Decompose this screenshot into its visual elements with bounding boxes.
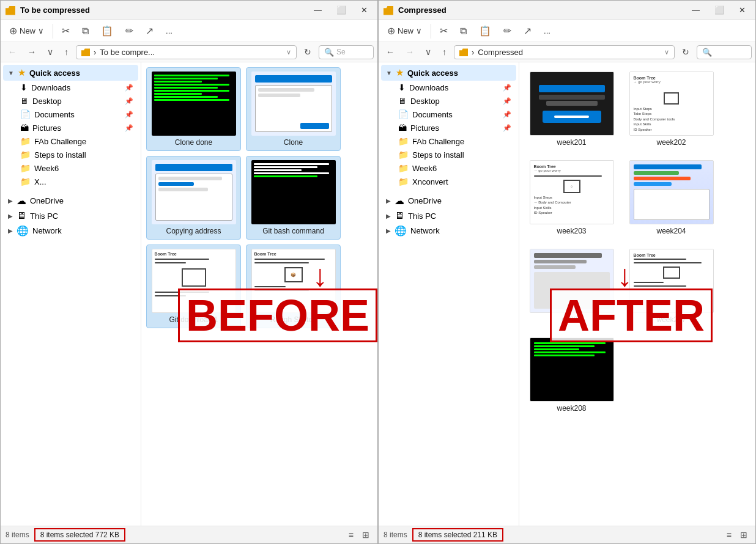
left-copy-button[interactable]: ⧉ — [77, 23, 94, 39]
right-network-label: Network — [410, 226, 440, 235]
left-sidebar-network[interactable]: ▶ 🌐 Network — [3, 223, 138, 238]
left-sidebar-onedrive[interactable]: ▶ ☁ OneDrive — [3, 193, 138, 208]
right-sidebar-item-downloads[interactable]: ⬇ Downloads 📌 — [381, 81, 516, 94]
right-file-week202[interactable]: Boom Tree → go pour worry Input Steps Ta… — [624, 67, 719, 151]
left-file-clone[interactable]: Clone — [246, 67, 341, 151]
right-copy-button[interactable]: ⧉ — [455, 23, 472, 39]
left-sidebar-item-desktop[interactable]: 🖥 Desktop 📌 — [3, 94, 138, 108]
right-list-view-btn[interactable]: ≡ — [724, 529, 735, 541]
right-file-week203[interactable]: Boom Tree → go pour worry ○ Input Steps … — [524, 156, 619, 240]
right-sidebar-item-desktop[interactable]: 🖥 Desktop 📌 — [381, 94, 516, 108]
left-file-gitbash[interactable]: Git bash command — [246, 156, 341, 240]
right-minimize-button[interactable]: — — [687, 4, 705, 16]
right-cut-button[interactable]: ✂ — [435, 23, 453, 39]
left-sidebar-thispc[interactable]: ▶ 🖥 This PC — [3, 208, 138, 223]
left-sidebar-item-x[interactable]: 📁 X... — [3, 175, 138, 188]
left-downloads-label: Downloads — [31, 83, 70, 92]
right-downloads-pin: 📌 — [503, 84, 511, 92]
left-sidebar-item-fab[interactable]: 📁 FAb Challenge — [3, 134, 138, 148]
right-quick-access-header[interactable]: ▼ ★ Quick access — [381, 65, 516, 81]
right-file-week204[interactable]: week204 — [624, 156, 719, 240]
right-week6-icon: 📁 — [398, 163, 409, 173]
left-desktop-icon: 🖥 — [20, 96, 29, 106]
left-up-button[interactable]: ↑ — [61, 45, 72, 59]
left-back-button[interactable]: ← — [4, 45, 20, 59]
right-more-button[interactable]: ... — [539, 24, 555, 38]
right-network-caret: ▶ — [386, 227, 391, 234]
right-fab-label: FAb Challenge — [412, 137, 464, 146]
right-dropdown-button[interactable]: ∨ — [421, 45, 435, 59]
left-sidebar-item-steps[interactable]: 📁 Steps to install — [3, 148, 138, 161]
right-sidebar-item-xnconvert[interactable]: 📁 Xnconvert — [381, 175, 516, 188]
left-share-button[interactable]: ↗ — [141, 23, 158, 39]
left-file-clone-done-label: Clone done — [175, 138, 212, 147]
left-downloads-icon: ⬇ — [20, 83, 28, 92]
left-rename-button[interactable]: ✏ — [120, 23, 138, 39]
right-rename-button[interactable]: ✏ — [498, 23, 516, 39]
right-paste-button[interactable]: 📋 — [474, 23, 496, 39]
right-sidebar-item-documents[interactable]: 📄 Documents 📌 — [381, 108, 516, 121]
right-copy-icon: ⧉ — [460, 26, 467, 37]
left-address-box[interactable]: › To be compre... ∨ — [76, 45, 297, 59]
left-quick-access-header[interactable]: ▼ ★ Quick access — [3, 65, 138, 81]
right-file-week201[interactable]: week201 — [524, 67, 619, 151]
left-new-button[interactable]: ⊕ New ∨ — [4, 23, 49, 39]
right-sidebar-item-fab[interactable]: 📁 FAb Challenge — [381, 134, 516, 148]
right-refresh-button[interactable]: ↻ — [678, 45, 693, 59]
left-x-icon: 📁 — [20, 177, 31, 186]
left-desktop-label: Desktop — [32, 97, 62, 106]
right-sidebar-network[interactable]: ▶ 🌐 Network — [381, 223, 516, 238]
left-paste-button[interactable]: 📋 — [96, 23, 118, 39]
right-restore-button[interactable]: ⬜ — [710, 4, 729, 16]
left-pics-icon: 🏔 — [20, 123, 29, 133]
left-dropdown-button[interactable]: ∨ — [43, 45, 57, 59]
right-downloads-label: Downloads — [409, 83, 448, 92]
left-desktop-pin: 📌 — [125, 97, 133, 105]
left-onedrive-label: OneDrive — [30, 196, 64, 205]
left-sidebar-item-documents[interactable]: 📄 Documents 📌 — [3, 108, 138, 121]
right-new-button[interactable]: ⊕ New ∨ — [382, 23, 427, 39]
left-refresh-button[interactable]: ↻ — [300, 45, 315, 59]
right-steps-icon: 📁 — [398, 150, 409, 160]
left-restore-button[interactable]: ⬜ — [332, 4, 351, 16]
right-share-button[interactable]: ↗ — [519, 23, 536, 39]
right-file-week208[interactable]: week208 — [524, 333, 619, 417]
right-file-week201-label: week201 — [557, 138, 586, 147]
left-list-view-btn[interactable]: ≡ — [346, 529, 357, 541]
right-back-button[interactable]: ← — [382, 45, 398, 59]
left-cut-button[interactable]: ✂ — [57, 23, 75, 39]
right-up-button[interactable]: ↑ — [439, 45, 450, 59]
left-search-box[interactable]: 🔍 Se — [319, 45, 374, 59]
right-sidebar-thispc[interactable]: ▶ 🖥 This PC — [381, 208, 516, 223]
left-minimize-button[interactable]: — — [309, 4, 327, 16]
right-sidebar-item-steps[interactable]: 📁 Steps to install — [381, 148, 516, 161]
left-docs-pin: 📌 — [125, 111, 133, 119]
right-address-box[interactable]: › Compressed ∨ — [454, 45, 675, 59]
left-x-label: X... — [34, 177, 46, 186]
right-grid-view-btn[interactable]: ⊞ — [737, 529, 750, 541]
right-network-icon: 🌐 — [395, 225, 407, 237]
left-file-gitdownload[interactable]: Boom Tree Git download 1 — [146, 244, 241, 328]
left-more-button[interactable]: ... — [161, 24, 177, 38]
left-file-roughsketch[interactable]: Boom Tree 📦 Rough Sketc — [246, 244, 341, 328]
right-file-ek206[interactable]: ek206 — [524, 244, 619, 328]
left-steps-label: Steps to install — [34, 150, 86, 160]
right-forward-button[interactable]: → — [402, 45, 418, 59]
right-search-box[interactable]: 🔍 — [697, 45, 752, 59]
right-file-week207[interactable]: Boom Tree week207 — [624, 244, 719, 328]
left-forward-button[interactable]: → — [24, 45, 40, 59]
left-file-clone-done[interactable]: Clone done — [146, 67, 241, 151]
right-close-button[interactable]: ✕ — [734, 4, 750, 16]
right-address-bar: ← → ∨ ↑ › Compressed ∨ ↻ 🔍 — [379, 42, 755, 62]
right-file-week202-label: week202 — [656, 138, 686, 147]
left-sidebar-item-downloads[interactable]: ⬇ Downloads 📌 — [3, 81, 138, 94]
right-sidebar-item-week6[interactable]: 📁 Week6 — [381, 161, 516, 175]
left-close-button[interactable]: ✕ — [356, 4, 372, 16]
left-addr-path: To be compre... — [100, 48, 155, 57]
right-sidebar-item-pictures[interactable]: 🏔 Pictures 📌 — [381, 121, 516, 134]
left-sidebar-item-pictures[interactable]: 🏔 Pictures 📌 — [3, 121, 138, 134]
right-sidebar-onedrive[interactable]: ▶ ☁ OneDrive — [381, 193, 516, 208]
left-grid-view-btn[interactable]: ⊞ — [359, 529, 372, 541]
left-sidebar-item-week6[interactable]: 📁 Week6 — [3, 161, 138, 175]
left-file-copying[interactable]: Copying address — [146, 156, 241, 240]
